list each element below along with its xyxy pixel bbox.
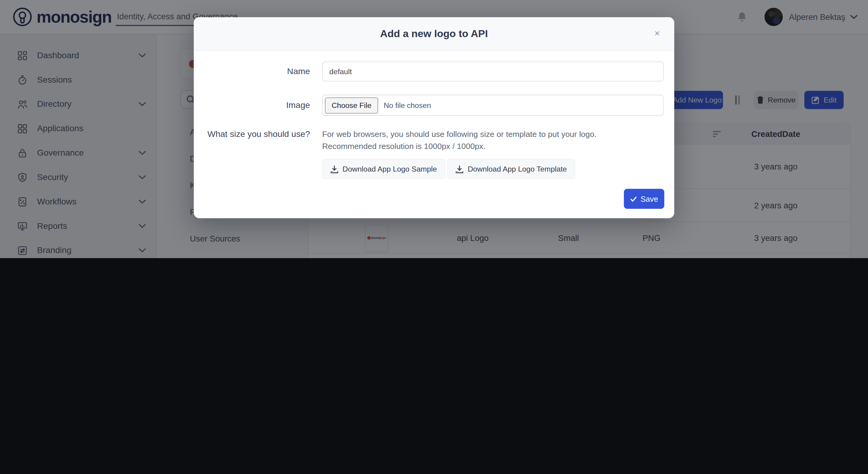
- size-help-row: What size you should use? For web browse…: [194, 128, 674, 152]
- modal-footer: Save: [194, 189, 674, 209]
- name-field-row: Name: [194, 61, 674, 81]
- image-label: Image: [194, 99, 310, 111]
- download-icon: [456, 165, 463, 173]
- image-file-input[interactable]: Choose File No file chosen: [322, 95, 664, 116]
- check-icon: [630, 196, 637, 202]
- download-buttons-row: Download App Logo Sample Download App Lo…: [194, 159, 674, 179]
- save-button[interactable]: Save: [624, 189, 664, 209]
- modal-title: Add a new logo to API: [380, 28, 488, 40]
- download-icon: [330, 165, 338, 173]
- size-help-text: For web browsers, you should use followi…: [322, 128, 664, 152]
- close-icon[interactable]: ×: [650, 26, 664, 41]
- no-file-chosen-text: No file chosen: [384, 101, 431, 110]
- modal-header: Add a new logo to API ×: [194, 17, 674, 51]
- size-help-label: What size you should use?: [194, 128, 310, 140]
- choose-file-button[interactable]: Choose File: [325, 97, 378, 113]
- name-input[interactable]: [322, 61, 664, 81]
- image-field-row: Image Choose File No file chosen: [194, 95, 674, 116]
- name-label: Name: [194, 65, 310, 78]
- download-sample-button[interactable]: Download App Logo Sample: [322, 159, 445, 179]
- download-template-button[interactable]: Download App Logo Template: [447, 159, 575, 179]
- add-logo-modal: Add a new logo to API × Name Image Choos…: [194, 17, 674, 218]
- app-window: monosign Identity, Access and Governance…: [0, 0, 868, 258]
